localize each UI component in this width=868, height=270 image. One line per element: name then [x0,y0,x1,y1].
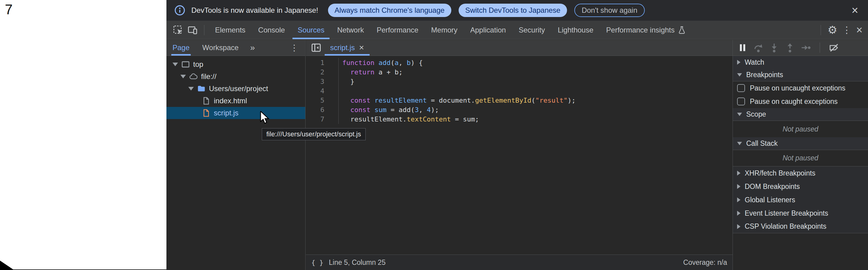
line-number[interactable]: 4 [306,86,339,96]
section-label: Pause on caught exceptions [750,97,838,106]
devtools-toolbar: ElementsConsoleSourcesNetworkPerformance… [166,21,868,39]
navigator-tab-workspace[interactable]: Workspace [201,40,240,56]
navigator-tab-page[interactable]: Page [171,40,191,56]
code-text [339,86,342,96]
devtools-close-icon[interactable]: × [856,24,863,36]
editor-tab-bar: script.js × [306,40,733,56]
navigator-menu-icon[interactable]: ⋮ [288,43,300,53]
tab-console[interactable]: Console [252,21,291,39]
file-tree: topfile://Users/user/projectindex.htmlsc… [166,56,305,119]
expander-icon[interactable] [173,63,178,66]
checkbox-row-pause-on-uncaught-exceptions: Pause on uncaught exceptions [733,81,868,95]
tab-label: Memory [431,26,458,34]
always-match-language-button[interactable]: Always match Chrome's language [328,4,451,17]
tab-performance-insights[interactable]: Performance insights [600,21,692,39]
settings-gear-icon[interactable]: ⚙ [828,24,837,36]
more-options-icon[interactable]: ⋮ [840,25,854,35]
tab-lighthouse[interactable]: Lighthouse [551,21,599,39]
tab-label: Performance [377,26,418,34]
tab-elements[interactable]: Elements [209,21,252,39]
step-into-icon[interactable] [768,41,780,54]
code-line: 5 const resultElement = document.getElem… [306,96,733,105]
tab-sources[interactable]: Sources [291,21,331,39]
tree-item-index-html[interactable]: index.html [166,95,305,107]
line-number[interactable]: 1 [306,58,339,67]
section-header-scope[interactable]: Scope [733,108,868,121]
coverage-label: Coverage: n/a [683,259,727,267]
inspect-icon[interactable] [172,24,184,36]
deactivate-breakpoints-icon[interactable] [828,41,840,54]
section-header-dom-breakpoints[interactable]: DOM Breakpoints [733,180,868,193]
code-text: const resultElement = document.getElemen… [339,96,576,105]
editor-tab-close-icon[interactable]: × [359,43,364,53]
tree-item-file[interactable]: file:// [166,70,305,83]
flask-icon [678,26,686,34]
device-toolbar-icon[interactable] [186,24,198,36]
tree-item-users-user-project[interactable]: Users/user/project [166,83,305,95]
tab-performance[interactable]: Performance [370,21,425,39]
checkbox[interactable] [737,97,745,106]
code-editor[interactable]: 1function add(a, b) {2 return a + b;3 }4… [306,56,733,254]
line-number[interactable]: 2 [306,67,339,77]
section-header-xhr-fetch-breakpoints[interactable]: XHR/fetch Breakpoints [733,167,868,180]
tab-network[interactable]: Network [331,21,370,39]
expander-icon [737,184,740,189]
debugger-sidebar: WatchBreakpointsPause on uncaught except… [733,40,868,270]
line-number[interactable]: 5 [306,96,339,105]
section-header-watch[interactable]: Watch [733,56,868,69]
expander-icon[interactable] [188,87,194,91]
pause-script-icon[interactable] [737,41,749,54]
expander-icon [737,60,740,65]
step-over-icon[interactable] [752,41,765,54]
section-label: Global Listeners [745,196,795,204]
step-out-icon[interactable] [784,41,796,54]
tree-item-script-js[interactable]: script.js [166,107,305,119]
file-path-tooltip: file:///Users/user/project/script.js [262,128,366,140]
expander-icon[interactable] [180,75,186,78]
tab-memory[interactable]: Memory [425,21,464,39]
checkbox[interactable] [737,84,745,92]
pretty-print-icon[interactable]: { } [311,259,323,266]
dont-show-again-button[interactable]: Don't show again [574,4,645,17]
line-number[interactable]: 6 [306,105,339,115]
section-header-call-stack[interactable]: Call Stack [733,137,868,150]
more-tabs-icon[interactable]: » [250,43,256,53]
sources-navigator-panel: PageWorkspace » ⋮ topfile://Users/user/p… [166,40,306,270]
code-line: 2 return a + b; [306,67,733,77]
step-icon[interactable] [800,41,812,54]
line-number[interactable]: 7 [306,115,339,124]
tree-item-label: top [193,60,203,69]
tab-security[interactable]: Security [513,21,552,39]
section-label: XHR/fetch Breakpoints [745,169,815,177]
tree-item-top[interactable]: top [166,58,305,70]
panel-tabs: ElementsConsoleSourcesNetworkPerformance… [209,21,692,39]
notification-close-icon[interactable]: × [850,5,860,16]
tab-application[interactable]: Application [464,21,512,39]
switch-to-japanese-button[interactable]: Switch DevTools to Japanese [459,4,567,17]
section-header-csp-violation-breakpoints[interactable]: CSP Violation Breakpoints [733,220,868,233]
tree-item-label: index.html [214,97,247,105]
section-header-event-listener-breakpoints[interactable]: Event Listener Breakpoints [733,207,868,220]
tab-label: Application [470,26,506,34]
editor-tab-script-js[interactable]: script.js × [325,40,370,56]
code-line: 6 const sum = add(3, 4); [306,105,733,115]
section-label: Scope [746,110,766,118]
expander-icon [737,224,740,229]
section-label: Watch [745,58,764,66]
debugger-toolbar-separator [820,42,820,53]
section-header-global-listeners[interactable]: Global Listeners [733,193,868,207]
editor-tab-label: script.js [330,43,355,52]
hide-navigator-icon[interactable] [309,41,323,54]
code-text: const sum = add(3, 4); [339,105,439,115]
toolbar-separator [820,25,821,35]
section-header-breakpoints[interactable]: Breakpoints [733,69,868,81]
section-label: CSP Violation Breakpoints [745,222,827,231]
info-icon [174,5,185,16]
tree-item-label: file:// [201,72,217,81]
notification-message: DevTools is now available in Japanese! [191,6,318,14]
tab-label: Security [519,26,545,34]
devtools-window: DevTools is now available in Japanese! A… [166,0,868,270]
section-label: Breakpoints [746,71,783,79]
code-line: 4 [306,86,733,96]
line-number[interactable]: 3 [306,77,339,86]
